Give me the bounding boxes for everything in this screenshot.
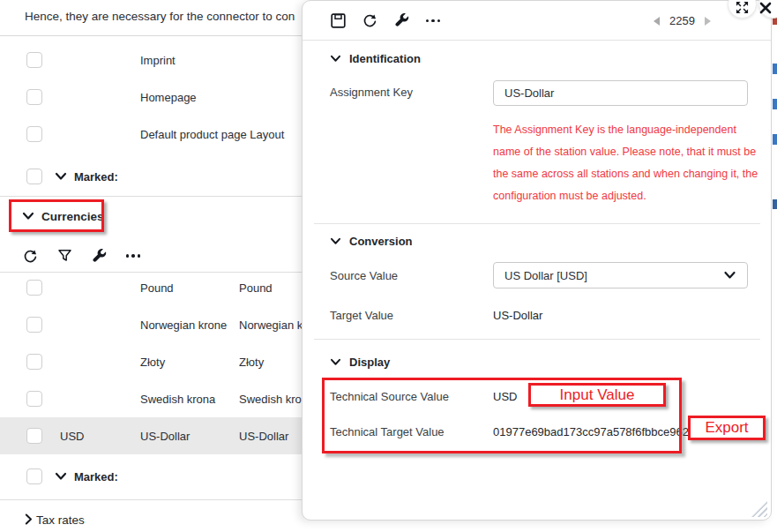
currency-row[interactable]: Złoty Złoty	[0, 343, 302, 380]
marked-group-row[interactable]: Marked:	[0, 158, 302, 195]
row-label: Imprint	[140, 54, 176, 67]
row-checkbox[interactable]	[26, 169, 42, 184]
marked-group-label: Marked:	[74, 470, 118, 483]
chevron-down-icon	[723, 271, 736, 280]
tax-rates-section-label: Tax rates	[36, 513, 85, 527]
section-title: Identification	[349, 52, 421, 65]
row-checkbox[interactable]	[26, 391, 42, 407]
list-row-imprint[interactable]: Imprint	[0, 41, 302, 79]
section-title: Display	[349, 356, 390, 369]
wrench-icon[interactable]	[91, 248, 107, 264]
annotation-box-currencies	[9, 199, 104, 232]
panel-toolbar: 2259	[303, 1, 771, 41]
section-title: Conversion	[349, 235, 413, 248]
previous-record-icon[interactable]	[654, 17, 660, 26]
save-icon[interactable]	[330, 13, 346, 29]
wrench-icon[interactable]	[393, 13, 409, 29]
record-number: 2259	[669, 14, 695, 27]
display-section-header[interactable]: Display	[330, 356, 390, 369]
list-row-homepage[interactable]: Homepage	[0, 79, 302, 116]
row-checkbox[interactable]	[26, 354, 42, 370]
conversion-section-header[interactable]: Conversion	[330, 235, 413, 248]
row-checkbox[interactable]	[26, 89, 42, 105]
currency-code: USD	[60, 430, 84, 443]
assignment-key-label: Assignment Key	[330, 86, 413, 99]
currency-row[interactable]: Pound Pound	[0, 269, 302, 306]
currency-row[interactable]: Norwegian krone Norwegian krone	[0, 306, 302, 343]
row-checkbox[interactable]	[26, 280, 42, 296]
currency-row-selected[interactable]: USD US-Dollar US-Dollar	[0, 417, 302, 454]
divider	[0, 35, 302, 36]
assignment-key-warning: The Assignment Key is the language-indep…	[493, 119, 759, 207]
currency-target-name: Pound	[239, 281, 273, 295]
more-icon[interactable]	[425, 13, 441, 29]
divider	[314, 223, 760, 224]
row-label: Default product page Layout	[140, 128, 284, 141]
marked-group-row[interactable]: Marked:	[0, 458, 302, 495]
screen-edge-fragment	[773, 64, 777, 74]
screen-edge-fragment	[773, 134, 777, 145]
divider	[0, 499, 302, 500]
row-checkbox[interactable]	[26, 428, 42, 444]
screen-edge-fragment	[773, 99, 777, 109]
currency-target-name: US-Dollar	[239, 430, 288, 443]
row-checkbox[interactable]	[26, 317, 42, 333]
list-row-default-layout[interactable]: Default product page Layout	[0, 116, 302, 153]
chevron-down-icon[interactable]	[55, 172, 67, 181]
resize-grip[interactable]	[751, 501, 767, 517]
screenshot-root: Hence, they are necessary for the connec…	[0, 0, 777, 532]
marked-group-label: Marked:	[74, 170, 118, 184]
screen-edge-fragment	[773, 199, 777, 209]
divider	[0, 196, 302, 197]
currency-name: Swedish krona	[140, 393, 215, 406]
chevron-down-icon	[330, 358, 341, 366]
identification-section-header[interactable]: Identification	[330, 52, 421, 65]
divider	[314, 339, 760, 340]
refresh-icon[interactable]	[362, 13, 377, 29]
row-label: Homepage	[140, 91, 197, 104]
expand-icon	[736, 1, 749, 14]
currency-target-name: Swedish krona	[239, 393, 302, 406]
source-value-select[interactable]: US Dollar [USD]	[493, 262, 748, 288]
currency-name: Złoty	[140, 356, 165, 369]
annotation-label: Export	[705, 419, 748, 437]
record-pager: 2259	[654, 1, 711, 41]
background-page: Hence, they are necessary for the connec…	[0, 0, 302, 532]
next-record-icon[interactable]	[705, 17, 711, 26]
annotation-input-value: Input Value	[528, 383, 666, 407]
refresh-icon[interactable]	[22, 248, 38, 264]
chevron-down-icon[interactable]	[55, 472, 67, 481]
annotation-export: Export	[688, 416, 766, 440]
target-value: US-Dollar	[493, 309, 542, 322]
currency-name: US-Dollar	[140, 430, 190, 443]
selected-option: US Dollar [USD]	[504, 269, 587, 282]
page-description-text: Hence, they are necessary for the connec…	[25, 10, 302, 23]
currency-target-name: Złoty	[239, 356, 264, 369]
chevron-down-icon	[330, 237, 341, 245]
currency-name: Pound	[140, 281, 174, 295]
row-checkbox[interactable]	[26, 468, 42, 484]
currency-name: Norwegian krone	[140, 318, 227, 332]
row-checkbox[interactable]	[26, 126, 42, 142]
currencies-toolbar	[22, 248, 141, 264]
annotation-label: Input Value	[560, 386, 635, 404]
chevron-right-icon[interactable]	[25, 513, 33, 525]
assignment-key-input[interactable]	[493, 80, 748, 106]
tax-rates-section-header[interactable]: Tax rates	[0, 504, 302, 532]
filter-icon[interactable]	[56, 248, 72, 264]
row-checkbox[interactable]	[26, 52, 42, 68]
target-value-label: Target Value	[330, 309, 393, 322]
source-value-label: Source Value	[330, 269, 398, 282]
currency-target-name: Norwegian krone	[239, 318, 302, 332]
more-icon[interactable]	[125, 248, 141, 264]
currency-row[interactable]: Swedish krona Swedish krona	[0, 380, 302, 417]
chevron-down-icon	[330, 55, 341, 63]
close-icon	[759, 2, 772, 14]
